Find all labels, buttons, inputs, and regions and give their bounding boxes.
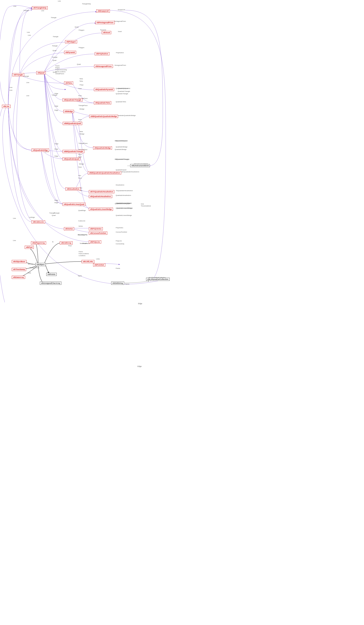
node-vtkVertex[interactable]: vtkVertex [64,227,74,230]
svg-text:Triangle: Triangle [53,36,59,37]
svg-text:QuadraticWedge: QuadraticWedge [116,146,127,148]
node-vtkCellArray[interactable]: vtkCellArray [60,241,73,245]
svg-text:LinEdge: LinEdge [29,217,35,218]
node-vtkVoxel[interactable]: vtkVoxel [102,31,111,34]
svg-text:Line: Line [13,240,16,241]
svg-text:Line: Line [41,10,44,12]
node-vtkWedge[interactable]: vtkWedge [63,110,74,113]
svg-text:BiQuadraticQuad: BiQuadraticQuad [115,140,127,142]
node-vtkQuadraticLinearWedge[interactable]: vtkQuadraticLinearWedge [89,208,113,211]
svg-text:Tetra: Tetra [79,78,83,80]
node-vtkPixel[interactable]: vtkPixel [25,246,34,249]
svg-text:TetrePoints: TetrePoints [80,243,88,244]
node-vtkPolygon[interactable]: vtkPolygon [65,40,77,43]
svg-text:BoundaryTris: BoundaryTris [78,234,87,236]
svg-text:Edge: Edge [138,303,142,305]
node-vtkIdTypeArray[interactable]: vtkIdTypeArray [31,241,46,245]
svg-text:TriangleFace: TriangleFace [78,142,88,144]
svg-text:Face: Face [78,177,82,179]
svg-text:Edge: Edge [55,202,58,203]
svg-text:QuadraticHexahedron: QuadraticHexahedron [116,194,131,196]
svg-text:Line: Line [28,34,31,36]
svg-text:Edge: Edge [55,109,58,111]
svg-text:Vertex: Vertex [78,225,83,227]
node-vtkBiQuadraticQuad[interactable]: vtkBiQuadraticQuad [63,122,82,125]
node-vtkCubicLine[interactable]: vtkCubicLine [31,220,45,223]
svg-text:PolyVertex: PolyVertex [116,227,123,229]
node-vtkPolyhedron[interactable]: vtkPolyhedron [95,52,109,55]
node-vtkLSDynaPartCollection[interactable]: vtkLSDynaPartCollection [146,278,170,281]
svg-text:Line: Line [27,31,30,33]
svg-text:Polyhedron: Polyhedron [116,52,124,54]
node-vtkQuadraticQuad[interactable]: vtkQuadraticQuad [62,157,80,160]
svg-text:Line: Line [58,0,61,2]
svg-text:fit: fit [52,241,54,243]
node-vtkHexahedron[interactable]: vtkHexahedron [65,188,81,190]
node-vtkBiQuadraticQuadraticWedge[interactable]: vtkBiQuadraticQuadraticWedge [89,115,118,118]
svg-text:Hexahedron: Hexahedron [116,184,124,186]
svg-text:Types: Types [78,275,82,277]
svg-text:Quad: Quad [53,60,57,61]
svg-text:Connectivity: Connectivity [116,243,124,245]
svg-text:Hex: Hex [78,175,81,176]
node-vtkTriQuadraticHexahedron[interactable]: vtkTriQuadraticHexahedron [89,190,114,193]
svg-text:Quad: Quad [75,26,79,28]
node-vtkObject[interactable]: vtkObject [35,263,46,266]
node-vtkTetra[interactable]: vtkTetra [64,81,73,85]
node-vtkEmptyCell[interactable]: vtkEmptyCell [96,9,110,13]
svg-text:Face: Face [78,154,82,156]
node-vtkDataArray[interactable]: vtkDataArray [12,276,25,279]
node-vtkTimeStamp[interactable]: vtkTimeStamp [12,268,26,271]
svg-text:QuadraticTriangle: QuadraticTriangle [116,93,128,94]
node-vtkQuad[interactable]: vtkQuad [36,71,46,74]
node-vtkUnsignedCharArray[interactable]: vtkUnsignedCharArray [40,281,61,285]
node-vtkPoints[interactable]: vtkPoints [46,273,57,276]
svg-text:Line: Line [9,89,13,91]
node-vtkCellLinks[interactable]: vtkCellLinks [82,260,94,263]
node-vtkStdString[interactable]: vtkStdString [111,281,124,285]
node-vtkObjectBase[interactable]: vtkObjectBase [12,260,27,263]
svg-text:ComputeTime: ComputeTime [30,267,39,269]
svg-text:BiQuadraticQuadraticWedge: BiQuadraticQuadraticWedge [116,115,136,116]
svg-text:TriQuadraticHexahedron: TriQuadraticHexahedron [116,190,133,191]
svg-text:QuadraticTetra: QuadraticTetra [116,101,126,103]
node-vtkHexagonalPrism[interactable]: vtkHexagonalPrism [94,65,113,68]
node-vtkQuadraticTetra[interactable]: vtkQuadraticTetra [94,101,111,104]
svg-text:Edge: Edge [55,105,58,107]
node-vtkPentagonalPrism[interactable]: vtkPentagonalPrism [95,21,115,24]
svg-text:TriangleStrip: TriangleStrip [82,3,91,5]
node-vtkPolyLine[interactable]: vtkPolyLine [89,240,101,244]
node-vtkTriangleStrip[interactable]: vtkTriangleStrip [32,6,48,9]
svg-text:FaceLocations: FaceLocations [55,71,65,73]
node-vtkConvexPointSet[interactable]: vtkConvexPointSet [89,232,107,235]
node-vtkQuadraticTriangle[interactable]: vtkQuadraticTriangle [62,98,83,101]
node-vtkBiQuadraticTriangle[interactable]: vtkBiQuadraticTriangle [62,150,84,153]
node-vtkUnstructuredGrid[interactable]: vtkUnstructuredGrid [130,164,150,167]
svg-text:PolyLine: PolyLine [116,240,122,242]
svg-text:ThresholdGrid: ThresholdGrid [141,205,151,207]
svg-text:Triangle: Triangle [23,75,29,77]
node-vtkPolyVertex[interactable]: vtkPolyVertex [89,227,103,230]
svg-text:QuadraticLinearWedge: QuadraticLinearWedge [117,207,133,209]
node-vtkQuadraticEdge[interactable]: vtkQuadraticEdge [31,149,49,152]
svg-text:Line: Line [13,5,16,7]
svg-text:Line: Line [26,95,30,96]
svg-text:Locations: Locations [79,255,85,256]
svg-text:Pyramid: Pyramid [100,29,106,31]
node-vtkTriangle[interactable]: vtkTriangle [12,73,24,76]
node-vtkBiQuadraticQuadraticHexahedron[interactable]: vtkBiQuadraticQuadraticHexahedron [88,171,121,174]
node-vtkQuadraticWedge[interactable]: vtkQuadraticWedge [93,146,112,150]
svg-text:BiQuadraticTriangle: BiQuadraticTriangle [115,158,129,160]
node-vtkQuadraticLinearQuad[interactable]: vtkQuadraticLinearQuad [62,203,86,206]
node-vtkQuadraticHexahedron[interactable]: vtkQuadraticHexahedron [89,195,112,198]
svg-text:QuadraticPyramid: QuadraticPyramid [118,88,130,89]
svg-text:PentagonalPrism: PentagonalPrism [114,20,126,22]
node-vtkPointSet[interactable]: vtkPointSet [93,263,105,266]
svg-text:Faces: Faces [79,251,83,252]
node-vtkPyramid[interactable]: vtkPyramid [64,51,76,54]
node-vtkQuadraticPyramid[interactable]: vtkQuadraticPyramid [94,88,114,91]
svg-text:Wedge: Wedge [79,133,85,135]
svg-text:QuadraticWedge: QuadraticWedge [115,149,126,150]
node-vtkLine[interactable]: vtkLine [2,105,11,108]
svg-text:QuadraticLinearQuad: QuadraticLinearQuad [115,203,130,204]
